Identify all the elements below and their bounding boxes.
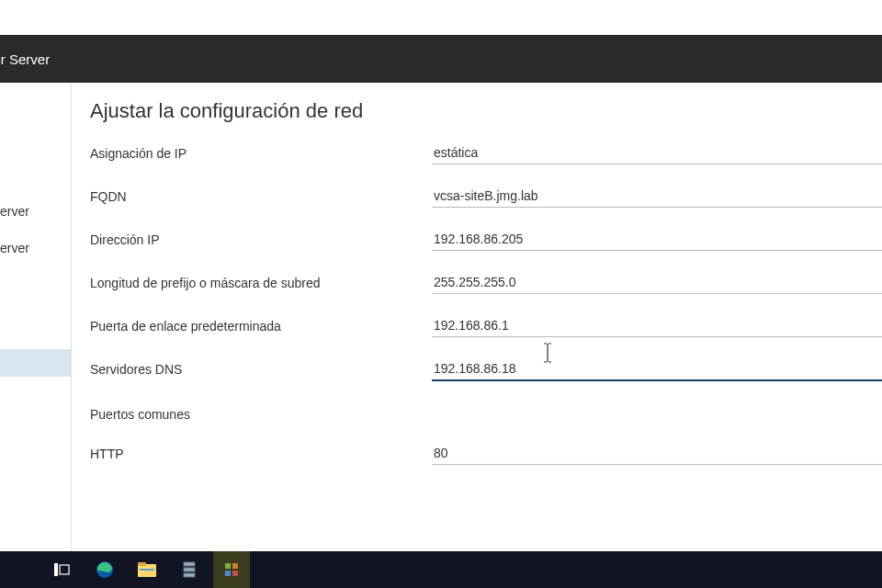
main-area: erver erver Ajustar la configuración de …	[0, 83, 882, 551]
row-ip-assignment: Asignación de IP	[90, 141, 882, 164]
svg-rect-10	[232, 563, 238, 569]
top-spacer	[0, 0, 882, 35]
sidebar-item-label: erver	[0, 204, 29, 219]
svg-rect-5	[140, 569, 154, 571]
page-title: Ajustar la configuración de red	[90, 99, 882, 123]
row-gateway: Puerta de enlace predeterminada	[90, 314, 882, 337]
header-bar: nter Server	[0, 35, 882, 83]
taskbar-taskview-icon[interactable]	[44, 551, 81, 588]
svg-rect-11	[225, 571, 231, 576]
svg-rect-0	[54, 563, 58, 576]
svg-rect-12	[232, 571, 238, 576]
svg-rect-7	[184, 568, 195, 571]
row-ip-address: Dirección IP	[90, 228, 882, 251]
input-fqdn[interactable]	[432, 185, 882, 208]
sidebar-item-1[interactable]: erver	[0, 230, 71, 266]
row-http: HTTP	[90, 442, 882, 465]
input-http[interactable]	[432, 442, 882, 465]
row-dns: Servidores DNS	[90, 357, 882, 381]
input-ip-assignment[interactable]	[432, 141, 882, 164]
label-ip-assignment: Asignación de IP	[90, 146, 432, 161]
svg-rect-9	[225, 563, 231, 569]
ports-header: Puertos comunes	[90, 407, 882, 422]
row-fqdn: FQDN	[90, 185, 882, 208]
header-title: nter Server	[0, 51, 50, 67]
taskbar	[0, 551, 882, 588]
label-ip-address: Dirección IP	[90, 232, 432, 247]
label-fqdn: FQDN	[90, 189, 432, 204]
taskbar-explorer-icon[interactable]	[129, 551, 165, 588]
sidebar-item-active[interactable]	[0, 349, 71, 377]
input-dns[interactable]	[432, 357, 882, 381]
svg-rect-8	[184, 573, 195, 577]
input-gateway[interactable]	[432, 314, 882, 337]
svg-rect-1	[60, 565, 69, 574]
label-dns: Servidores DNS	[90, 362, 432, 377]
sidebar-item-0[interactable]: erver	[0, 193, 71, 230]
taskbar-vmware-icon[interactable]	[213, 551, 250, 588]
input-prefix[interactable]	[432, 271, 882, 294]
taskbar-edge-icon[interactable]	[86, 551, 123, 588]
input-ip-address[interactable]	[432, 228, 882, 251]
sidebar: erver erver	[0, 83, 72, 551]
label-http: HTTP	[90, 447, 432, 461]
content: Ajustar la configuración de red Asignaci…	[72, 83, 882, 551]
sidebar-item-label: erver	[0, 241, 29, 255]
label-prefix: Longitud de prefijo o máscara de subred	[90, 276, 432, 290]
label-gateway: Puerta de enlace predeterminada	[90, 319, 432, 334]
taskbar-server-icon[interactable]	[171, 551, 208, 588]
svg-rect-6	[184, 562, 195, 566]
row-prefix: Longitud de prefijo o máscara de subred	[90, 271, 882, 294]
svg-rect-4	[138, 562, 146, 566]
